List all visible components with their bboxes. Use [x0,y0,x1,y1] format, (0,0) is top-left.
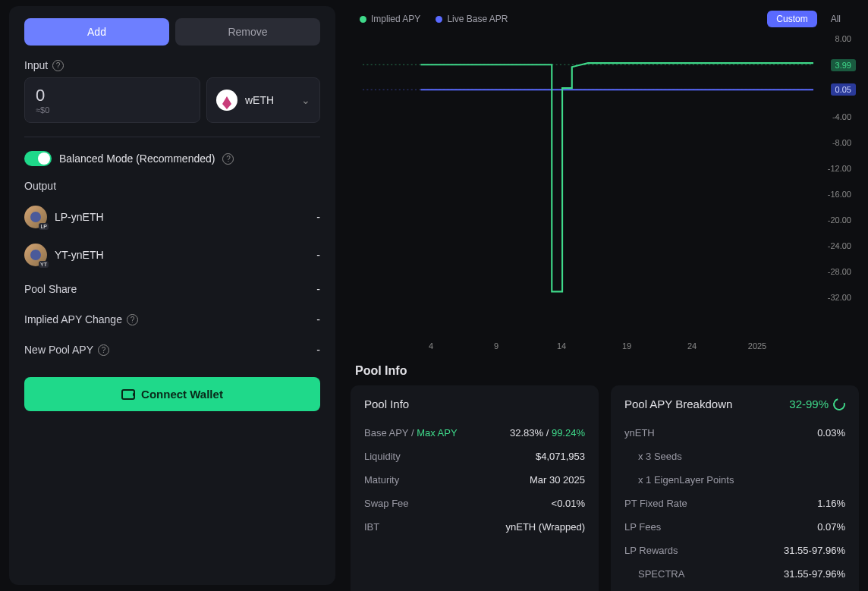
info-row: Liquidity $4,071,953 [364,445,585,468]
tab-remove[interactable]: Remove [175,18,320,46]
stat-row: Implied APY Change ? - [24,304,320,335]
chart-svg [363,35,813,332]
stat-label: New Pool APY [24,344,93,356]
divider [24,137,320,137]
output-row: LP LP-ynETH - [24,198,320,236]
info-value: 32.83% / 99.24% [510,427,585,439]
output-row: YT YT-ynETH - [24,236,320,274]
dot-icon [436,16,442,23]
info-row: Maturity Mar 30 2025 [364,468,585,492]
stat-label: Pool Share [24,283,77,295]
info-row: SPECTRA 31.55-97.96% [624,562,845,586]
time-tab-all[interactable]: All [822,11,850,27]
info-row: LP Fees 0.07% [624,515,845,539]
time-tab-custom[interactable]: Custom [767,11,816,27]
apy-breakdown-title: Pool APY Breakdown [624,398,732,410]
info-value: Mar 30 2025 [530,474,585,486]
output-value: - [316,211,320,223]
pool-info-card-title: Pool Info [364,398,409,410]
info-value: 1.16% [817,498,845,509]
chart-badge-base: 0.05 [831,83,856,96]
x-tick: 2025 [748,341,766,351]
stat-label: Implied APY Change [24,313,122,325]
stat-value: - [316,344,320,356]
time-range-tabs: Custom All [767,11,850,27]
output-token-name: YT-ynETH [55,249,104,261]
info-value: <0.01% [552,498,585,509]
apy-range-value: 32-99% [789,398,829,410]
info-value: ynETH (Wrapped) [505,521,585,533]
info-value: 31.55-97.96% [784,568,845,580]
legend-implied-label: Implied APY [371,14,420,24]
output-label: Output [24,180,56,192]
stat-value: - [316,283,320,295]
chart-legend: Implied APY Live Base APR [360,14,508,24]
output-value: - [316,249,320,261]
info-row: IBT ynETH (Wrapped) [364,515,585,539]
y-tick: 8.00 [835,34,851,43]
token-icon: LP [24,206,47,228]
info-row: ynETH 0.03% [624,421,845,445]
input-label-row: Input ? [24,59,320,71]
help-icon[interactable]: ? [98,344,109,356]
pool-apy-breakdown-card: Pool APY Breakdown 32-99% ynETH 0.03% x … [611,385,859,591]
eth-icon [216,90,237,111]
refresh-icon[interactable] [831,396,848,413]
y-tick: -24.00 [828,241,851,250]
balanced-mode-toggle[interactable] [24,151,52,166]
info-row: x 1 EigenLayer Points [624,468,845,492]
info-value: 31.55-97.96% [784,545,845,556]
info-label: Maturity [364,474,399,486]
help-icon[interactable]: ? [222,153,234,165]
y-tick: -20.00 [828,215,851,225]
amount-input-box[interactable]: 0 ≈$0 [24,77,200,123]
tab-row: Add Remove [24,18,320,46]
stat-row: New Pool APY ? - [24,335,320,365]
legend-base-label: Live Base APR [447,14,508,24]
y-tick: -8.00 [832,138,851,147]
connect-wallet-label: Connect Wallet [141,388,223,401]
info-row: Base APY / Max APY 32.83% / 99.24% [364,421,585,445]
tab-add[interactable]: Add [24,18,169,46]
x-tick: 19 [622,341,631,351]
connect-wallet-button[interactable]: Connect Wallet [24,377,320,411]
info-label: Liquidity [364,451,401,462]
x-tick: 24 [687,341,697,351]
stat-value: - [316,313,320,325]
info-value: 0.07% [817,521,845,533]
stat-row: Pool Share - [24,274,320,304]
y-tick: -4.00 [832,112,851,121]
help-icon[interactable]: ? [127,314,138,325]
info-label: PT Fixed Rate [624,498,687,509]
info-label: x 1 EigenLayer Points [638,474,734,486]
info-label: IBT [364,521,379,533]
chart-area[interactable]: 8.00-4.00-8.00-12.00-16.00-20.00-24.00-2… [351,35,859,354]
y-tick: -28.00 [828,267,851,276]
info-label: SPECTRA [638,568,684,580]
chart-badge-implied: 3.99 [831,59,856,71]
dot-icon [360,16,366,23]
info-row: Swap Fee <0.01% [364,492,585,515]
apy-range: 32-99% [789,398,845,410]
x-tick: 14 [557,341,566,351]
pool-info-section-title: Pool Info [355,364,854,378]
info-value: $4,071,953 [536,451,585,462]
x-tick: 9 [494,341,498,351]
info-label: LP Rewards [624,545,678,556]
info-row: x 3 Seeds [624,445,845,468]
info-label: x 3 Seeds [638,451,682,462]
chevron-down-icon: ⌄ [301,94,310,106]
amount-value: 0 [36,86,189,105]
y-tick: -16.00 [828,190,851,199]
input-label: Input [24,59,48,71]
x-tick: 4 [429,341,433,351]
y-tick: -32.00 [828,293,851,302]
token-selector[interactable]: wETH ⌄ [206,77,320,123]
legend-base: Live Base APR [436,14,508,24]
amount-usd: ≈$0 [36,105,189,115]
help-icon[interactable]: ? [52,60,64,71]
info-label: Swap Fee [364,498,409,509]
output-token-name: LP-ynETH [55,211,104,223]
wallet-icon [121,389,135,400]
add-remove-panel: Add Remove Input ? 0 ≈$0 wETH ⌄ [9,6,335,585]
